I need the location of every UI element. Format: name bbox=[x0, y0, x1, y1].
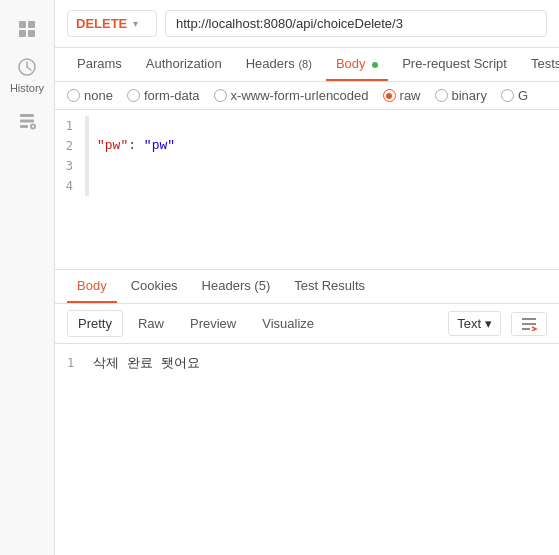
svg-rect-9 bbox=[20, 125, 28, 128]
svg-rect-1 bbox=[28, 21, 35, 28]
code-editor: 1 2 "pw": "pw" 3 4 bbox=[55, 110, 559, 270]
option-raw[interactable]: raw bbox=[383, 88, 421, 103]
radio-graphql[interactable] bbox=[501, 89, 514, 102]
body-options: none form-data x-www-form-urlencoded raw… bbox=[55, 82, 559, 110]
response-tab-body[interactable]: Body bbox=[67, 270, 117, 303]
main-content: DELETE ▾ Params Authorization Headers (8… bbox=[55, 0, 559, 555]
url-input[interactable] bbox=[165, 10, 547, 37]
grid-icon bbox=[16, 18, 38, 40]
radio-binary[interactable] bbox=[435, 89, 448, 102]
sidebar-item-history[interactable]: History bbox=[0, 48, 54, 102]
sidebar-item-label: History bbox=[10, 82, 44, 94]
svg-rect-3 bbox=[28, 30, 35, 37]
option-urlencoded[interactable]: x-www-form-urlencoded bbox=[214, 88, 369, 103]
method-label: DELETE bbox=[76, 16, 127, 31]
tab-authorization[interactable]: Authorization bbox=[136, 48, 232, 81]
resp-view-raw[interactable]: Raw bbox=[127, 310, 175, 337]
wrap-icon bbox=[520, 317, 538, 331]
response-toolbar: Pretty Raw Preview Visualize Text ▾ bbox=[55, 304, 559, 344]
method-selector[interactable]: DELETE ▾ bbox=[67, 10, 157, 37]
chevron-down-icon: ▾ bbox=[133, 18, 138, 29]
option-graphql[interactable]: G bbox=[501, 88, 528, 103]
svg-rect-0 bbox=[19, 21, 26, 28]
collection-icon bbox=[16, 110, 38, 132]
line-side-bar-3 bbox=[85, 156, 89, 176]
radio-urlencoded[interactable] bbox=[214, 89, 227, 102]
radio-raw[interactable] bbox=[383, 89, 396, 102]
code-line-4: 4 bbox=[55, 176, 559, 196]
code-line-3: 3 bbox=[55, 156, 559, 176]
svg-rect-2 bbox=[19, 30, 26, 37]
radio-form-data[interactable] bbox=[127, 89, 140, 102]
request-tabs: Params Authorization Headers (8) Body Pr… bbox=[55, 48, 559, 82]
svg-line-6 bbox=[27, 67, 31, 70]
sidebar-item-environments[interactable] bbox=[0, 10, 54, 48]
line-side-bar bbox=[85, 116, 89, 136]
response-tabs: Body Cookies Headers (5) Test Results bbox=[55, 270, 559, 304]
format-selector[interactable]: Text ▾ bbox=[448, 311, 501, 336]
json-key: "pw" bbox=[97, 138, 128, 153]
response-section: Body Cookies Headers (5) Test Results Pr… bbox=[55, 270, 559, 382]
response-line-1: 1 삭제 완료 됏어요 bbox=[67, 354, 547, 372]
option-binary[interactable]: binary bbox=[435, 88, 487, 103]
json-value: "pw" bbox=[144, 138, 175, 153]
code-line-2: 2 "pw": "pw" bbox=[55, 136, 559, 156]
tab-headers[interactable]: Headers (8) bbox=[236, 48, 322, 81]
code-line-1: 1 bbox=[55, 116, 559, 136]
option-none[interactable]: none bbox=[67, 88, 113, 103]
tab-params[interactable]: Params bbox=[67, 48, 132, 81]
resp-view-preview[interactable]: Preview bbox=[179, 310, 247, 337]
sidebar: History bbox=[0, 0, 55, 555]
option-form-data[interactable]: form-data bbox=[127, 88, 200, 103]
line-side-bar-2 bbox=[85, 136, 89, 156]
resp-view-pretty[interactable]: Pretty bbox=[67, 310, 123, 337]
tab-pre-request[interactable]: Pre-request Script bbox=[392, 48, 517, 81]
request-bar: DELETE ▾ bbox=[55, 0, 559, 48]
svg-rect-7 bbox=[20, 114, 34, 117]
svg-rect-8 bbox=[20, 120, 34, 123]
response-tab-headers[interactable]: Headers (5) bbox=[192, 270, 281, 303]
chevron-down-icon: ▾ bbox=[485, 316, 492, 331]
wrap-icon-button[interactable] bbox=[511, 312, 547, 336]
radio-none[interactable] bbox=[67, 89, 80, 102]
clock-icon bbox=[16, 56, 38, 78]
sidebar-item-collections[interactable] bbox=[0, 102, 54, 140]
line-side-bar-4 bbox=[85, 176, 89, 196]
response-tab-cookies[interactable]: Cookies bbox=[121, 270, 188, 303]
code-lines: 1 2 "pw": "pw" 3 4 bbox=[55, 116, 559, 196]
response-body: 1 삭제 완료 됏어요 bbox=[55, 344, 559, 382]
resp-view-visualize[interactable]: Visualize bbox=[251, 310, 325, 337]
response-tab-test-results[interactable]: Test Results bbox=[284, 270, 375, 303]
tab-tests[interactable]: Tests bbox=[521, 48, 559, 81]
tab-body[interactable]: Body bbox=[326, 48, 388, 81]
